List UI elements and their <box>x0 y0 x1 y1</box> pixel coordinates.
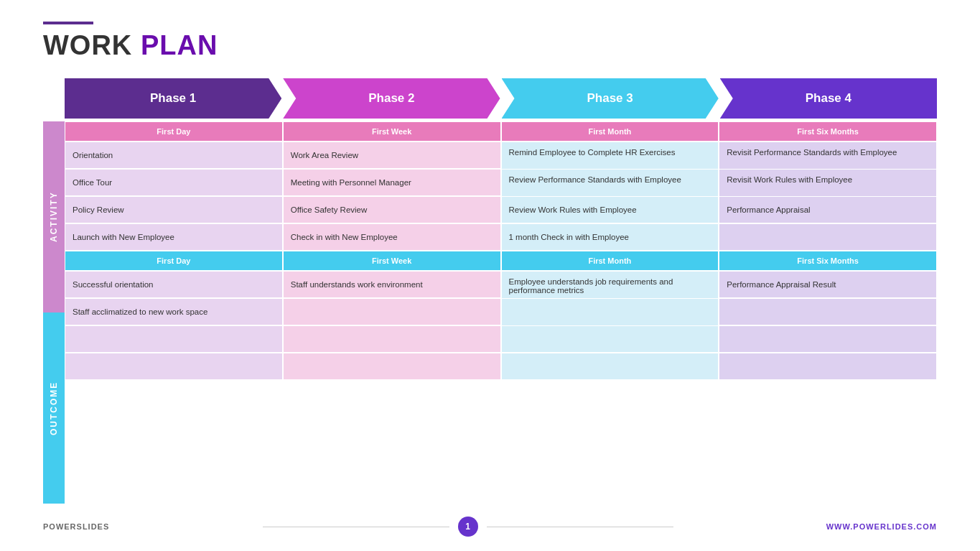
activity-r3-c2: Office Safety Review <box>283 196 501 223</box>
outcome-subheader-1: First Day <box>65 251 283 271</box>
activity-r3-c1: Policy Review <box>65 196 283 223</box>
phase-row: Phase 1 Phase 2 Phase 3 Phase 4 <box>65 78 937 119</box>
outcome-row-2: Staff acclimatized to new work space <box>65 298 937 325</box>
outcome-row-4 <box>65 353 937 380</box>
footer-line-left <box>263 527 449 527</box>
outcome-r1-c1: Successful orientation <box>65 271 283 298</box>
activity-r4-c2: Check in with New Employee <box>283 223 501 251</box>
activity-subheader-1: First Day <box>65 121 283 142</box>
activity-subheader-2: First Week <box>283 121 501 142</box>
outcome-r4-c1 <box>65 353 283 380</box>
outcome-r4-c4 <box>719 353 937 380</box>
outcome-r3-c2 <box>283 325 501 353</box>
activity-sub-header-row: First Day First Week First Month First S… <box>65 121 937 142</box>
page-title: WORK PLAN <box>43 30 937 61</box>
outcome-r1-c2: Staff understands work environment <box>283 271 501 298</box>
body-table: Activity Outcome First Day First Week Fi… <box>43 121 937 504</box>
footer: POWERSLIDES 1 WWW.POWERLIDES.COM <box>43 509 937 537</box>
outcome-label: Outcome <box>43 312 65 504</box>
activity-r3-c3: Review Work Rules with Employee <box>501 196 719 223</box>
outcome-r3-c3 <box>501 325 719 353</box>
activity-r2-c1: Office Tour <box>65 169 283 196</box>
content-grid: First Day First Week First Month First S… <box>65 121 937 504</box>
activity-r4-c1: Launch with New Employee <box>65 223 283 251</box>
activity-label: Activity <box>43 121 65 312</box>
activity-subheader-4: First Six Months <box>719 121 937 142</box>
outcome-section: First Day First Week First Month First S… <box>65 251 937 504</box>
footer-brand-left: POWERSLIDES <box>43 522 109 531</box>
activity-r4-c3: 1 month Check in with Employee <box>501 223 719 251</box>
outcome-subheader-4: First Six Months <box>719 251 937 271</box>
activity-r1-c2: Work Area Review <box>283 142 501 169</box>
activity-subheader-3: First Month <box>501 121 719 142</box>
footer-page-badge: 1 <box>458 517 478 537</box>
side-label-column: Activity Outcome <box>43 121 65 504</box>
activity-row-1: Orientation Work Area Review Remind Empl… <box>65 142 937 169</box>
phase-4-header: Phase 4 <box>720 78 937 119</box>
outcome-r3-c1 <box>65 325 283 353</box>
outcome-r2-c4 <box>719 298 937 325</box>
outcome-r4-c3 <box>501 353 719 380</box>
page: WORK PLAN Phase 1 Phase 2 Phase 3 Phase … <box>0 0 980 551</box>
activity-r3-c4: Performance Appraisal <box>719 196 937 223</box>
activity-r2-c2: Meeting with Personnel Manager <box>283 169 501 196</box>
outcome-subheader-3: First Month <box>501 251 719 271</box>
footer-line-right <box>487 527 673 527</box>
activity-r4-c4 <box>719 223 937 251</box>
footer-center: 1 <box>263 517 673 537</box>
outcome-row-3 <box>65 325 937 353</box>
activity-section: First Day First Week First Month First S… <box>65 121 937 251</box>
footer-brand-right: WWW.POWERLIDES.COM <box>826 522 937 531</box>
outcome-sub-header-row: First Day First Week First Month First S… <box>65 251 937 271</box>
activity-row-2: Office Tour Meeting with Personnel Manag… <box>65 169 937 196</box>
phase-2-header: Phase 2 <box>283 78 500 119</box>
activity-row-3: Policy Review Office Safety Review Revie… <box>65 196 937 223</box>
outcome-row-1: Successful orientation Staff understands… <box>65 271 937 298</box>
outcome-r4-c2 <box>283 353 501 380</box>
header: WORK PLAN <box>43 22 937 61</box>
title-part2: PLAN <box>141 30 218 60</box>
outcome-r1-c4: Performance Appraisal Result <box>719 271 937 298</box>
activity-row-4: Launch with New Employee Check in with N… <box>65 223 937 251</box>
outcome-r2-c2 <box>283 298 501 325</box>
outcome-r2-c1: Staff acclimatized to new work space <box>65 298 283 325</box>
header-accent-line <box>43 22 93 24</box>
activity-r1-c1: Orientation <box>65 142 283 169</box>
outcome-r3-c4 <box>719 325 937 353</box>
phase-3-header: Phase 3 <box>502 78 719 119</box>
phase-1-header: Phase 1 <box>65 78 281 119</box>
table-container: Phase 1 Phase 2 Phase 3 Phase 4 Activity… <box>43 78 937 504</box>
title-part1: WORK <box>43 30 141 60</box>
outcome-subheader-2: First Week <box>283 251 501 271</box>
